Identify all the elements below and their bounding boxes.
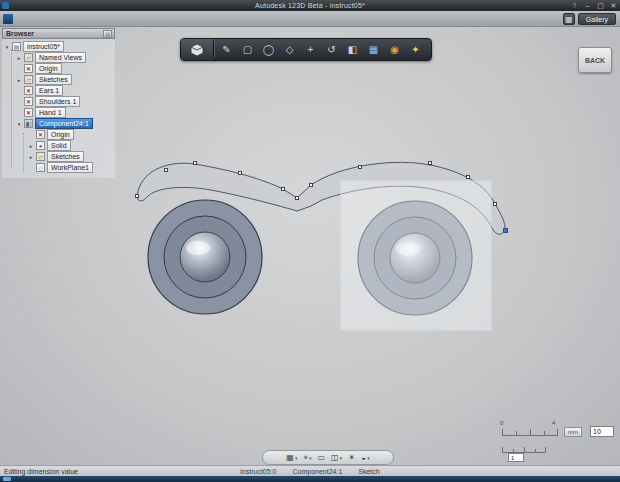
view-mode-icon[interactable]: ◫▾ [329, 453, 344, 462]
move-icon[interactable]: + [300, 39, 321, 60]
app-menu-icon[interactable] [3, 14, 13, 24]
pattern-icon[interactable]: ▦ [363, 39, 384, 60]
tree-item-named-views[interactable]: ▸ ▱ Named Views [16, 52, 86, 63]
units-icon[interactable]: ▭ [315, 453, 327, 462]
panel-options-icon[interactable]: ▤ [103, 30, 112, 38]
material-icon[interactable]: ◉ [384, 39, 405, 60]
dimension-ruler [502, 429, 558, 436]
document-icon: ▤ [12, 42, 21, 51]
tree-item-component-sketches[interactable]: ▸ ▱ Sketches [28, 151, 84, 162]
tree-item-shoulders-1[interactable]: ✕ Shoulders 1 [16, 96, 80, 107]
folder-icon: ▱ [36, 152, 45, 161]
scene-icon[interactable]: ✦ [405, 39, 426, 60]
model-canvas[interactable]: ✎ ▢ ◯ ◇ + ↺ ◧ ▦ ◉ ✦ BACK Browser ▤ ▾ [0, 27, 620, 465]
view-cube-icon[interactable] [181, 39, 213, 60]
tree-item-sketches[interactable]: ▸ ▱ Sketches [16, 74, 72, 85]
dimension-secondary-input[interactable] [508, 453, 524, 462]
maximize-button[interactable]: ▢ [596, 1, 605, 10]
help-icon[interactable]: ? [570, 1, 579, 10]
folder-icon: ▱ [24, 75, 33, 84]
chevron-right-icon[interactable]: ▸ [28, 143, 34, 149]
menu-bar: ▦ Gallery [0, 11, 620, 27]
display-settings-icon[interactable]: ▦▾ [284, 453, 299, 462]
folder-icon: ▱ [24, 53, 33, 62]
lighting-icon[interactable]: ☀ [346, 453, 357, 462]
main-toolbar: ✎ ▢ ◯ ◇ + ↺ ◧ ▦ ◉ ✦ [180, 38, 432, 61]
os-taskbar [0, 476, 620, 482]
tree-item-solid[interactable]: ▸ ● Solid [28, 140, 71, 151]
component-icon: ◧ [24, 119, 33, 128]
selected-point [504, 229, 508, 233]
chevron-down-icon[interactable]: ▾ [4, 44, 10, 50]
dimension-widget: 0 4 mm [500, 420, 618, 462]
tree-guide-line [11, 49, 12, 167]
view-toolbar: ▦▾ ⌖▾ ▭ ◫▾ ☀ ◒▾ [262, 450, 394, 465]
sketch-icon[interactable]: ✎ [216, 39, 237, 60]
revolve-icon[interactable]: ↺ [321, 39, 342, 60]
visibility-off-icon[interactable]: ✕ [24, 64, 33, 73]
tree-item-hand-1[interactable]: ✕ Hand 1 [16, 107, 66, 118]
title-bar: Autodesk 123D Beta - instruct05* ? – ▢ ✕ [0, 0, 620, 11]
close-button[interactable]: ✕ [609, 1, 618, 10]
unit-selector[interactable]: mm [564, 427, 582, 437]
grid-snap-icon[interactable]: ⌖▾ [301, 453, 313, 463]
combine-icon[interactable]: ◧ [342, 39, 363, 60]
gallery-grid-icon[interactable]: ▦ [563, 13, 575, 25]
camera-icon[interactable]: ◒▾ [359, 453, 371, 462]
wheel-left[interactable] [148, 200, 262, 314]
visibility-off-icon[interactable]: ✕ [24, 108, 33, 117]
visibility-off-icon[interactable]: ✕ [24, 97, 33, 106]
browser-panel: Browser ▤ ▾ ▤ instruct05* ▸ ▱ Named View… [2, 28, 115, 178]
browser-header: Browser ▤ [2, 28, 115, 39]
app-window: Autodesk 123D Beta - instruct05* ? – ▢ ✕… [0, 0, 620, 482]
ruler-end-label: 4 [552, 420, 555, 426]
gallery-button[interactable]: Gallery [578, 13, 616, 25]
status-bar: Editing dimension value instruct05:0 Com… [0, 465, 620, 476]
primitive-sphere-icon[interactable]: ◯ [258, 39, 279, 60]
tree-item-component-origin[interactable]: ✕ Origin [28, 129, 74, 140]
tree-item-instruct05[interactable]: ▾ ▤ instruct05* [4, 41, 64, 52]
tree-guide-line [23, 133, 24, 173]
primitive-cylinder-icon[interactable]: ◇ [279, 39, 300, 60]
minimize-button[interactable]: – [583, 1, 592, 10]
dimension-value-input[interactable] [590, 426, 614, 437]
visibility-off-icon[interactable]: ✕ [24, 86, 33, 95]
tree-item-component24-1[interactable]: ▾ ◧ Component24:1 [16, 118, 93, 129]
solid-body-icon: ● [36, 141, 45, 150]
tree-item-ears-1[interactable]: ✕ Ears 1 [16, 85, 63, 96]
chevron-down-icon[interactable]: ▾ [16, 121, 22, 127]
chevron-right-icon[interactable]: ▸ [16, 77, 22, 83]
tree-item-origin[interactable]: ✕ Origin [16, 63, 62, 74]
window-title: Autodesk 123D Beta - instruct05* [0, 0, 620, 11]
workplane-icon: ◇ [36, 163, 45, 172]
chevron-right-icon[interactable]: ▸ [28, 154, 34, 160]
ruler-start-label: 0 [500, 420, 503, 426]
primitive-box-icon[interactable]: ▢ [237, 39, 258, 60]
visibility-off-icon[interactable]: ✕ [36, 130, 45, 139]
tree-item-workplane1[interactable]: ◇ WorkPlane1 [28, 162, 93, 173]
back-button[interactable]: BACK [578, 47, 612, 73]
selection-rectangle [341, 181, 491, 330]
chevron-right-icon[interactable]: ▸ [16, 55, 22, 61]
browser-title: Browser [3, 30, 103, 37]
toolbar-divider [213, 41, 214, 58]
taskbar-app-icon[interactable] [3, 477, 11, 481]
